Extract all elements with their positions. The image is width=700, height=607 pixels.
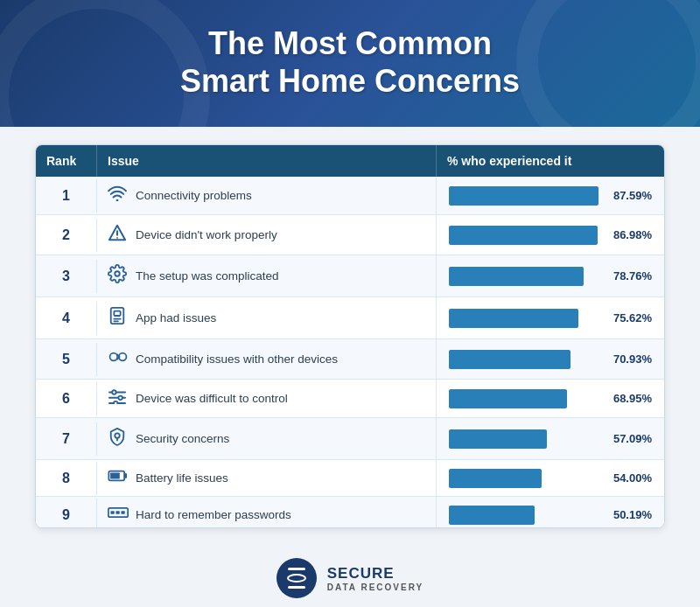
svg-point-15 xyxy=(114,401,118,404)
table-row: 8 Battery life issues 54.00% xyxy=(36,460,664,497)
bar-bg-1 xyxy=(449,186,603,206)
bar-cell-6: 68.95% xyxy=(437,382,664,415)
bar-fill-7 xyxy=(449,429,547,449)
compat-icon xyxy=(108,348,127,370)
bar-bg-8 xyxy=(449,469,603,488)
bar-wrapper-3: 78.76% xyxy=(449,267,652,286)
issue-cell-1: Connectivity problems xyxy=(97,177,437,214)
issue-label-6: Device was difficult to control xyxy=(136,392,288,405)
bar-wrapper-9: 50.19% xyxy=(449,506,652,525)
rank-cell-1: 1 xyxy=(36,179,97,213)
issue-label-3: The setup was complicated xyxy=(136,269,279,283)
issue-cell-8: Battery life issues xyxy=(97,460,437,496)
brand-sub: DATA RECOVERY xyxy=(327,583,424,592)
svg-rect-19 xyxy=(110,473,120,479)
bar-value-7: 57.09% xyxy=(613,432,652,445)
page-title: The Most Common Smart Home Concerns xyxy=(35,24,665,100)
logo-line-2 xyxy=(288,586,305,589)
issue-cell-9: Hard to remember passwords xyxy=(97,497,437,528)
bar-cell-9: 50.19% xyxy=(437,499,664,528)
bar-bg-9 xyxy=(449,506,603,525)
title-line2: Smart Home Concerns xyxy=(180,63,520,99)
issue-label-5: Compatibility issues with other devices xyxy=(136,352,338,366)
svg-point-3 xyxy=(115,271,120,276)
table-row: 7 Security concerns 57.09% xyxy=(36,418,664,460)
table-body: 1 Connectivity problems 87.59% 2 Device … xyxy=(36,177,664,528)
warning-icon xyxy=(108,224,127,246)
svg-point-2 xyxy=(116,237,118,239)
bar-value-4: 75.62% xyxy=(613,311,652,324)
issue-cell-3: The setup was complicated xyxy=(97,255,437,297)
issue-label-7: Security concerns xyxy=(136,432,229,445)
col-rank: Rank xyxy=(36,145,97,177)
svg-rect-23 xyxy=(121,511,124,513)
col-percent: % who experienced it xyxy=(437,145,664,177)
table-row: 5 Compatibility issues with other device… xyxy=(36,339,664,380)
rank-cell-7: 7 xyxy=(36,422,97,456)
bar-fill-5 xyxy=(449,350,570,369)
bar-fill-3 xyxy=(449,267,584,286)
table-header-row: Rank Issue % who experienced it xyxy=(36,145,664,177)
rank-cell-3: 3 xyxy=(36,260,97,293)
bar-value-3: 78.76% xyxy=(613,269,652,283)
battery-icon xyxy=(108,469,127,487)
svg-point-11 xyxy=(112,390,116,394)
bar-value-2: 86.98% xyxy=(613,228,652,241)
bar-fill-4 xyxy=(449,309,578,328)
table-row: 3 The setup was complicated 78.76% xyxy=(36,255,664,297)
control-icon xyxy=(108,388,127,408)
brand-name: SECURE xyxy=(327,565,424,583)
table-row: 6 Device was difficult to control 68.95% xyxy=(36,380,664,418)
rank-cell-2: 2 xyxy=(36,219,97,252)
bar-wrapper-1: 87.59% xyxy=(449,186,652,206)
bar-wrapper-4: 75.62% xyxy=(449,309,652,328)
logo-line-1 xyxy=(288,568,305,570)
logo-lines xyxy=(287,568,306,589)
bar-wrapper-2: 86.98% xyxy=(449,226,652,245)
bar-value-1: 87.59% xyxy=(613,189,652,202)
bar-cell-4: 75.62% xyxy=(437,302,664,335)
bar-bg-3 xyxy=(449,267,603,286)
table-row: 2 Device didn't work properly 86.98% xyxy=(36,215,664,255)
app-icon xyxy=(108,306,127,330)
bar-bg-4 xyxy=(449,309,603,328)
bar-fill-9 xyxy=(449,506,535,525)
security-icon xyxy=(108,427,127,450)
bar-cell-8: 54.00% xyxy=(437,462,664,495)
bar-fill-2 xyxy=(449,226,598,245)
bar-value-9: 50.19% xyxy=(613,508,652,521)
svg-rect-21 xyxy=(110,511,114,513)
issue-cell-6: Device was difficult to control xyxy=(97,380,437,417)
svg-rect-22 xyxy=(116,511,119,513)
bar-wrapper-7: 57.09% xyxy=(449,429,652,449)
logo-text: SECURE DATA RECOVERY xyxy=(327,565,424,592)
issue-cell-7: Security concerns xyxy=(97,418,437,459)
bar-cell-2: 86.98% xyxy=(437,219,664,252)
table-row: 4 App had issues 75.62% xyxy=(36,297,664,339)
page-header: The Most Common Smart Home Concerns xyxy=(0,0,700,127)
bar-bg-2 xyxy=(449,226,603,245)
rank-cell-4: 4 xyxy=(36,302,97,335)
bar-cell-5: 70.93% xyxy=(437,343,664,376)
issue-label-4: App had issues xyxy=(136,311,216,324)
password-icon xyxy=(108,506,127,524)
bar-wrapper-5: 70.93% xyxy=(449,350,652,369)
logo-circle-inner xyxy=(287,574,306,583)
bar-value-8: 54.00% xyxy=(613,471,652,485)
bar-cell-1: 87.59% xyxy=(437,179,664,213)
data-table: Rank Issue % who experienced it 1 Connec… xyxy=(35,144,665,528)
bar-wrapper-8: 54.00% xyxy=(449,469,652,488)
rank-cell-8: 8 xyxy=(36,462,97,495)
bar-bg-5 xyxy=(449,350,603,369)
bar-bg-6 xyxy=(449,389,603,408)
table-row: 1 Connectivity problems 87.59% xyxy=(36,177,664,215)
bar-bg-7 xyxy=(449,429,603,449)
bar-fill-6 xyxy=(449,389,567,408)
svg-rect-5 xyxy=(114,311,120,316)
issue-label-8: Battery life issues xyxy=(136,471,228,485)
issue-label-1: Connectivity problems xyxy=(136,189,252,202)
issue-label-2: Device didn't work properly xyxy=(136,228,277,241)
title-line1: The Most Common xyxy=(208,25,492,61)
svg-point-13 xyxy=(118,396,122,401)
bar-cell-7: 57.09% xyxy=(437,422,664,456)
